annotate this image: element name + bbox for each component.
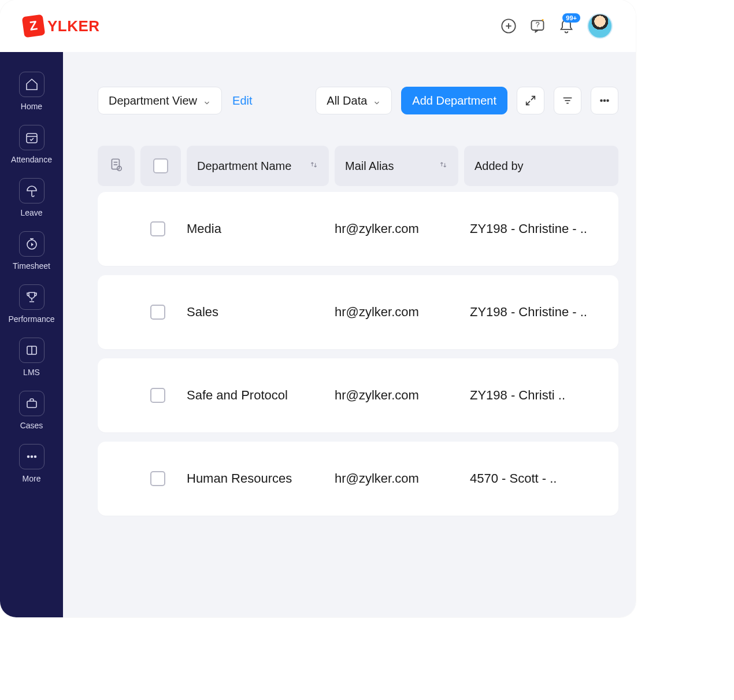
sidebar-item-performance[interactable]: Performance <box>0 282 63 329</box>
home-icon <box>19 72 45 97</box>
svg-point-23 <box>600 100 602 102</box>
row-checkbox[interactable] <box>150 221 165 236</box>
column-mail-alias[interactable]: Mail Alias <box>335 146 458 186</box>
topbar-actions: ? 99+ <box>501 13 613 39</box>
stopwatch-icon <box>19 231 45 257</box>
main-content: Department View Edit All Data Add Depart… <box>63 52 636 617</box>
calendar-check-icon <box>19 125 45 150</box>
sort-icon <box>439 159 448 173</box>
add-circle-icon[interactable] <box>501 18 517 34</box>
edit-link[interactable]: Edit <box>230 94 254 108</box>
sidebar-item-leave[interactable]: Leave <box>0 176 63 223</box>
row-checkbox-cell <box>140 471 175 486</box>
row-checkbox-cell <box>140 388 175 403</box>
row-checkbox[interactable] <box>150 388 165 403</box>
sidebar-item-home[interactable]: Home <box>0 69 63 117</box>
book-icon <box>19 338 45 363</box>
row-checkbox-cell <box>140 305 175 320</box>
table-row[interactable]: Human Resourceshr@zylker.com4570 - Scott… <box>98 442 618 516</box>
sidebar-item-cases[interactable]: Cases <box>0 388 63 436</box>
cell-mail-alias: hr@zylker.com <box>335 471 464 486</box>
topbar: Z YLKER ? 99+ <box>0 0 636 52</box>
svg-point-19 <box>34 456 36 458</box>
column-select-all[interactable] <box>140 146 181 186</box>
cell-department-name: Sales <box>181 305 329 320</box>
column-label: Department Name <box>197 160 291 173</box>
more-icon <box>19 444 45 469</box>
column-actions[interactable] <box>98 146 135 186</box>
add-department-button[interactable]: Add Department <box>401 87 507 114</box>
row-checkbox[interactable] <box>150 471 165 486</box>
svg-point-25 <box>607 100 609 102</box>
svg-rect-16 <box>27 401 36 408</box>
filter-button[interactable] <box>554 87 581 114</box>
svg-point-17 <box>27 456 29 458</box>
chevron-down-icon <box>373 97 381 105</box>
table-header: Department Name Mail Alias Added by <box>98 146 618 186</box>
sidebar-item-more[interactable]: More <box>0 442 63 489</box>
svg-rect-5 <box>27 134 37 143</box>
sidebar-item-label: Leave <box>20 208 42 217</box>
document-icon <box>109 157 124 176</box>
cell-added-by: 4570 - Scott - .. <box>470 471 608 486</box>
select-all-checkbox[interactable] <box>153 158 168 173</box>
notifications-icon[interactable]: 99+ <box>558 18 574 34</box>
trophy-icon <box>19 284 45 310</box>
more-options-button[interactable] <box>591 87 618 114</box>
logo-text: YLKER <box>47 17 100 35</box>
cell-added-by: ZY198 - Christine - .. <box>470 221 608 236</box>
sidebar-item-label: Cases <box>20 421 43 430</box>
help-chat-icon[interactable]: ? <box>529 18 546 34</box>
logo-badge: Z <box>22 14 46 38</box>
column-label: Mail Alias <box>345 160 394 173</box>
umbrella-icon <box>19 178 45 203</box>
sidebar-item-attendance[interactable]: Attendance <box>0 123 63 170</box>
chevron-down-icon <box>203 97 211 105</box>
cell-department-name: Safe and Protocol <box>181 388 329 403</box>
app-window: Z YLKER ? 99+ Home Attendance <box>0 0 636 617</box>
notification-badge: 99+ <box>562 13 580 23</box>
sidebar-item-timesheet[interactable]: Timesheet <box>0 229 63 276</box>
row-checkbox-cell <box>140 221 175 236</box>
sidebar-item-lms[interactable]: LMS <box>0 335 63 383</box>
add-department-label: Add Department <box>412 94 496 108</box>
cell-mail-alias: hr@zylker.com <box>335 221 464 236</box>
data-filter-dropdown[interactable]: All Data <box>316 87 392 114</box>
cell-mail-alias: hr@zylker.com <box>335 388 464 403</box>
data-filter-label: All Data <box>327 94 367 108</box>
column-added-by[interactable]: Added by <box>464 146 618 186</box>
sidebar-item-label: Attendance <box>11 155 52 164</box>
table-row[interactable]: Mediahr@zylker.comZY198 - Christine - .. <box>98 192 618 266</box>
cell-department-name: Media <box>181 221 329 236</box>
sidebar-item-label: LMS <box>23 368 40 377</box>
cell-department-name: Human Resources <box>181 471 329 486</box>
sidebar-item-label: Performance <box>8 314 54 324</box>
svg-rect-26 <box>112 159 119 169</box>
toolbar: Department View Edit All Data Add Depart… <box>98 87 618 114</box>
table-body: Mediahr@zylker.comZY198 - Christine - ..… <box>98 192 618 516</box>
sort-icon <box>309 159 318 173</box>
table-row[interactable]: Saleshr@zylker.comZY198 - Christine - .. <box>98 275 618 349</box>
column-department-name[interactable]: Department Name <box>187 146 329 186</box>
sidebar-item-label: Timesheet <box>13 261 50 271</box>
view-dropdown[interactable]: Department View <box>98 87 222 114</box>
sidebar-item-label: Home <box>21 102 42 111</box>
svg-marker-11 <box>31 243 34 246</box>
svg-point-18 <box>31 456 32 458</box>
table-row[interactable]: Safe and Protocolhr@zylker.comZY198 - Ch… <box>98 358 618 432</box>
column-label: Added by <box>474 160 524 173</box>
cell-added-by: ZY198 - Christine - .. <box>470 305 608 320</box>
user-avatar[interactable] <box>587 13 613 39</box>
briefcase-icon <box>19 391 45 416</box>
sidebar-item-label: More <box>23 474 41 483</box>
brand-logo: Z YLKER <box>23 16 100 36</box>
svg-point-24 <box>604 100 606 102</box>
row-checkbox[interactable] <box>150 305 165 320</box>
cell-added-by: ZY198 - Christi .. <box>470 388 608 403</box>
sidebar: Home Attendance Leave Timesheet Performa… <box>0 52 63 617</box>
view-dropdown-label: Department View <box>109 94 197 108</box>
svg-text:?: ? <box>535 20 539 29</box>
cell-mail-alias: hr@zylker.com <box>335 305 464 320</box>
expand-button[interactable] <box>517 87 544 114</box>
